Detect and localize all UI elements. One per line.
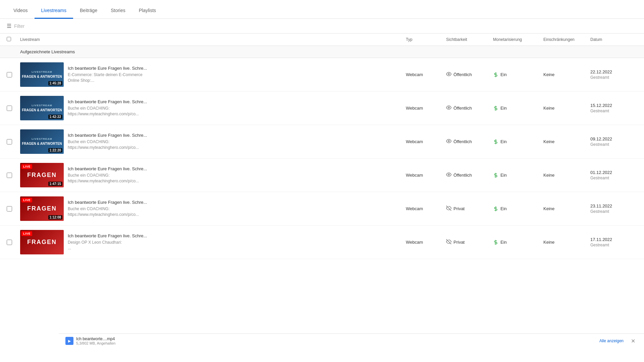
row-checkbox-1[interactable] bbox=[7, 106, 12, 111]
content-area: Livestream Typ Sichtbarkeit Monetarisier… bbox=[0, 34, 644, 357]
row-checkbox-0[interactable] bbox=[7, 72, 12, 77]
svg-point-0 bbox=[448, 73, 449, 75]
video-title: Ich beantworte Eure Fragen live. Schre..… bbox=[68, 99, 406, 104]
sichtbarkeit-label: Öffentlich bbox=[453, 106, 472, 111]
table-header: Livestream Typ Sichtbarkeit Monetarisier… bbox=[0, 34, 644, 46]
table-row: FRAGEN LIVE Ich beantworte Eure Fragen l… bbox=[0, 226, 644, 259]
row-title-cell: FRAGEN LIVE 1:47:15 Ich beantworte Eure … bbox=[20, 163, 406, 187]
datum-type: Gestreamt bbox=[590, 209, 637, 214]
video-title: Ich beantworte Eure Fragen live. Schre..… bbox=[68, 166, 406, 171]
download-info: ▶ Ich beantworte....mp4 5,3/802 MB, Ange… bbox=[65, 337, 115, 345]
video-desc-line2: https://www.myteachinghero.com/p/co... bbox=[68, 178, 406, 184]
row-typ: Webcam bbox=[406, 206, 446, 211]
row-monetarisierung: Ein bbox=[493, 106, 543, 111]
row-title-cell: LIVESTREAM FRAGEN & ANTWORTEN 1:45:28 Ic… bbox=[20, 62, 406, 87]
duration-badge: 1:12:08 bbox=[48, 215, 62, 220]
duration-badge: 1:45:28 bbox=[48, 81, 62, 85]
row-checkbox-5[interactable] bbox=[7, 240, 12, 245]
header-sichtbarkeit: Sichtbarkeit bbox=[446, 37, 493, 42]
row-monetarisierung: Ein bbox=[493, 139, 543, 144]
thumbnail[interactable]: LIVESTREAM FRAGEN & ANTWORTEN 1:22:20 bbox=[20, 129, 64, 154]
header-monetarisierung: Monetarisierung bbox=[493, 37, 543, 42]
dollar-icon bbox=[493, 173, 498, 178]
row-monetarisierung: Ein bbox=[493, 206, 543, 212]
sichtbarkeit-icon bbox=[446, 105, 451, 111]
video-title: Ich beantworte Eure Fragen live. Schre..… bbox=[68, 133, 406, 138]
thumbnail[interactable]: FRAGEN LIVE bbox=[20, 230, 64, 254]
video-title: Ich beantworte Eure Fragen live. Schre..… bbox=[68, 200, 406, 205]
row-checkbox-wrap bbox=[7, 72, 20, 77]
download-close-button[interactable]: ✕ bbox=[629, 337, 637, 345]
video-desc-line1: Buche ein COACHING: bbox=[68, 139, 406, 145]
table-row: LIVESTREAM FRAGEN & ANTWORTEN 1:45:28 Ic… bbox=[0, 58, 644, 92]
thumbnail[interactable]: FRAGEN LIVE 1:47:15 bbox=[20, 163, 64, 187]
thumbnail[interactable]: LIVESTREAM FRAGEN & ANTWORTEN 1:45:28 bbox=[20, 62, 64, 87]
dollar-icon bbox=[493, 240, 498, 245]
video-title: Ich beantworte Eure Fragen live. Schre..… bbox=[68, 233, 406, 238]
select-all-checkbox[interactable] bbox=[7, 37, 11, 41]
monetarisierung-label: Ein bbox=[500, 240, 507, 245]
filter-icon: ☰ bbox=[7, 23, 11, 29]
tab-videos[interactable]: Videos bbox=[7, 3, 35, 19]
row-checkbox-wrap bbox=[7, 206, 20, 212]
video-desc-line1: Buche ein COACHING: bbox=[68, 206, 406, 212]
video-desc-line1: E-Commerce: Starte deinen E-Commerce bbox=[68, 72, 406, 78]
sichtbarkeit-label: Öffentlich bbox=[453, 139, 472, 144]
header-livestream: Livestream bbox=[20, 37, 406, 42]
row-einschraenkungen: Keine bbox=[543, 206, 590, 211]
header-einschraenkungen: Einschränkungen bbox=[543, 37, 590, 42]
alle-anzeigen-link[interactable]: Alle anzeigen bbox=[599, 339, 624, 343]
datum-type: Gestreamt bbox=[590, 142, 637, 147]
video-desc-line1: Buche ein COACHING: bbox=[68, 173, 406, 178]
video-desc-line1: Buche ein COACHING: bbox=[68, 106, 406, 111]
thumbnail[interactable]: FRAGEN LIVE 1:12:08 bbox=[20, 196, 64, 221]
row-title-cell: FRAGEN LIVE Ich beantworte Eure Fragen l… bbox=[20, 230, 406, 254]
row-typ: Webcam bbox=[406, 173, 446, 178]
row-checkbox-2[interactable] bbox=[7, 139, 12, 144]
sichtbarkeit-label: Öffentlich bbox=[453, 72, 472, 77]
row-checkbox-wrap bbox=[7, 173, 20, 178]
row-datum: 01.12.2022 Gestreamt bbox=[590, 170, 637, 180]
table-row: LIVESTREAM FRAGEN & ANTWORTEN 1:22:20 Ic… bbox=[0, 125, 644, 159]
sichtbarkeit-label: Privat bbox=[453, 206, 465, 211]
dollar-icon bbox=[493, 106, 498, 111]
datum-type: Gestreamt bbox=[590, 176, 637, 180]
video-desc-line2: https://www.myteachinghero.com/p/co... bbox=[68, 145, 406, 150]
tab-stories[interactable]: Stories bbox=[104, 3, 132, 19]
dollar-icon bbox=[493, 72, 498, 77]
dollar-icon bbox=[493, 206, 498, 212]
row-checkbox-4[interactable] bbox=[7, 206, 12, 212]
title-info: Ich beantworte Eure Fragen live. Schre..… bbox=[68, 66, 406, 83]
sichtbarkeit-icon bbox=[446, 172, 451, 178]
row-einschraenkungen: Keine bbox=[543, 173, 590, 178]
svg-point-2 bbox=[448, 107, 449, 108]
table-rows-container: LIVESTREAM FRAGEN & ANTWORTEN 1:45:28 Ic… bbox=[0, 58, 644, 259]
row-checkbox-wrap bbox=[7, 106, 20, 111]
filter-bar: ☰ Filter bbox=[0, 19, 644, 34]
video-desc-line2: https://www.myteachinghero.com/p/co... bbox=[68, 212, 406, 218]
table-row: FRAGEN LIVE 1:12:08 Ich beantworte Eure … bbox=[0, 192, 644, 226]
row-checkbox-3[interactable] bbox=[7, 173, 12, 178]
monetarisierung-label: Ein bbox=[500, 72, 507, 77]
monetarisierung-label: Ein bbox=[500, 139, 507, 144]
datum-type: Gestreamt bbox=[590, 109, 637, 113]
row-typ: Webcam bbox=[406, 240, 446, 245]
datum-date: 09.12.2022 bbox=[590, 136, 637, 141]
row-typ: Webcam bbox=[406, 139, 446, 144]
row-sichtbarkeit: Öffentlich bbox=[446, 138, 493, 145]
row-einschraenkungen: Keine bbox=[543, 240, 590, 245]
video-desc-line2: https://www.myteachinghero.com/p/co... bbox=[68, 111, 406, 117]
tab-beitraege[interactable]: Beiträge bbox=[73, 3, 104, 19]
tabs-bar: Videos Livestreams Beiträge Stories Play… bbox=[0, 0, 644, 19]
row-einschraenkungen: Keine bbox=[543, 139, 590, 144]
dollar-icon bbox=[493, 139, 498, 144]
row-sichtbarkeit: Öffentlich bbox=[446, 172, 493, 178]
tab-playlists[interactable]: Playlists bbox=[132, 3, 163, 19]
thumbnail[interactable]: LIVESTREAM FRAGEN & ANTWORTEN 1:42:22 bbox=[20, 96, 64, 120]
sichtbarkeit-icon bbox=[446, 205, 451, 212]
title-info: Ich beantworte Eure Fragen live. Schre..… bbox=[68, 133, 406, 150]
tab-livestreams[interactable]: Livestreams bbox=[35, 3, 73, 19]
live-badge: LIVE bbox=[21, 231, 32, 236]
table-row: LIVESTREAM FRAGEN & ANTWORTEN 1:42:22 Ic… bbox=[0, 92, 644, 125]
sichtbarkeit-icon bbox=[446, 71, 451, 78]
